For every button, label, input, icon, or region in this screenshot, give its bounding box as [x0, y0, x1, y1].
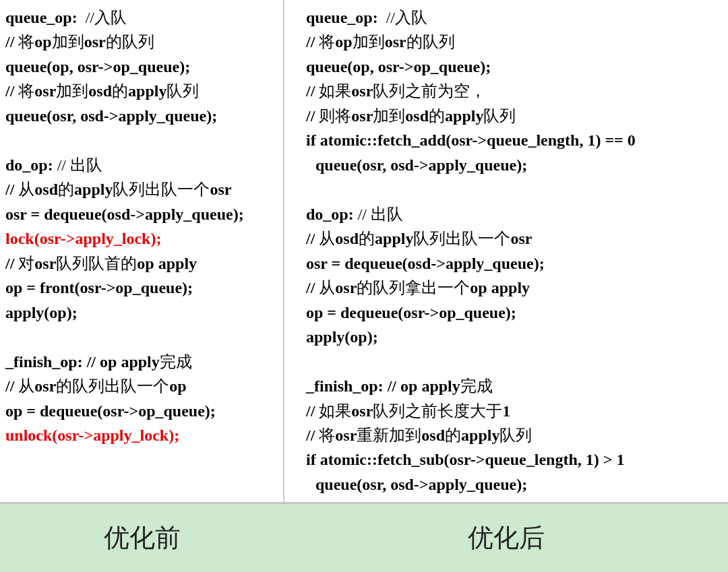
code-line: // 如果osr队列之前为空，	[306, 79, 723, 103]
code-line: osr = dequeue(osd->apply_queue);	[306, 251, 723, 276]
after-column: queue_op: //入队// 将op加到osr的队列queue(op, os…	[284, 0, 728, 502]
code-line: queue(op, osr->op_queue);	[5, 55, 278, 79]
before-column: queue_op: //入队// 将op加到osr的队列queue(op, os…	[0, 0, 284, 502]
blank-line	[306, 177, 723, 201]
code-line: // 从osr的队列出队一个op	[5, 374, 278, 398]
blank-line	[306, 350, 723, 374]
code-line: unlock(osr->apply_lock);	[5, 423, 278, 447]
code-line: if atomic::fetch_add(osr->queue_length, …	[306, 128, 723, 152]
code-line: if atomic::fetch_sub(osr->queue_length, …	[306, 447, 723, 472]
code-line: _finish_op: // op apply完成	[5, 350, 278, 374]
code-line: // 将op加到osr的队列	[306, 30, 723, 54]
code-line: queue(osr, osd->apply_queue);	[306, 472, 723, 497]
code-line: do_op: // 出队	[306, 202, 723, 226]
code-line: lock(osr->apply_lock);	[5, 226, 278, 251]
blank-line	[5, 128, 278, 152]
code-line: queue_op: //入队	[306, 5, 723, 30]
code-line: // 将osr重新加到osd的apply队列	[306, 423, 723, 447]
label-after: 优化后	[284, 521, 728, 555]
code-line: do_op: // 出队	[5, 153, 278, 177]
code-line: // 将osr加到osd的apply队列	[5, 79, 278, 103]
code-line: apply(op);	[5, 300, 278, 325]
code-line: // 如果osr队列之前长度大于1	[306, 399, 723, 423]
code-line: // 从osd的apply队列出队一个osr	[306, 226, 723, 251]
code-line: // 从osd的apply队列出队一个osr	[5, 177, 278, 201]
code-line: _finish_op: // op apply完成	[306, 374, 723, 398]
code-line: op = front(osr->op_queue);	[5, 276, 278, 300]
code-line: // 将op加到osr的队列	[5, 30, 278, 54]
code-line: // 从osr的队列拿出一个op apply	[306, 276, 723, 300]
code-line: queue(osr, osd->apply_queue);	[306, 153, 723, 177]
code-line: queue(op, osr->op_queue);	[306, 55, 723, 79]
footer-labels: 优化前 优化后	[0, 503, 728, 572]
code-line: // 对osr队列队首的op apply	[5, 251, 278, 276]
blank-line	[5, 325, 278, 349]
code-comparison: queue_op: //入队// 将op加到osr的队列queue(op, os…	[0, 0, 728, 503]
code-line: osr = dequeue(osd->apply_queue);	[5, 202, 278, 226]
code-line: apply(op);	[306, 325, 723, 349]
code-line: op = dequeue(osr->op_queue);	[5, 399, 278, 423]
code-line: queue(osr, osd->apply_queue);	[5, 104, 278, 128]
code-line: // 则将osr加到osd的apply队列	[306, 104, 723, 128]
code-line: queue_op: //入队	[5, 5, 278, 30]
code-line: op = dequeue(osr->op_queue);	[306, 300, 723, 325]
label-before: 优化前	[0, 521, 284, 555]
